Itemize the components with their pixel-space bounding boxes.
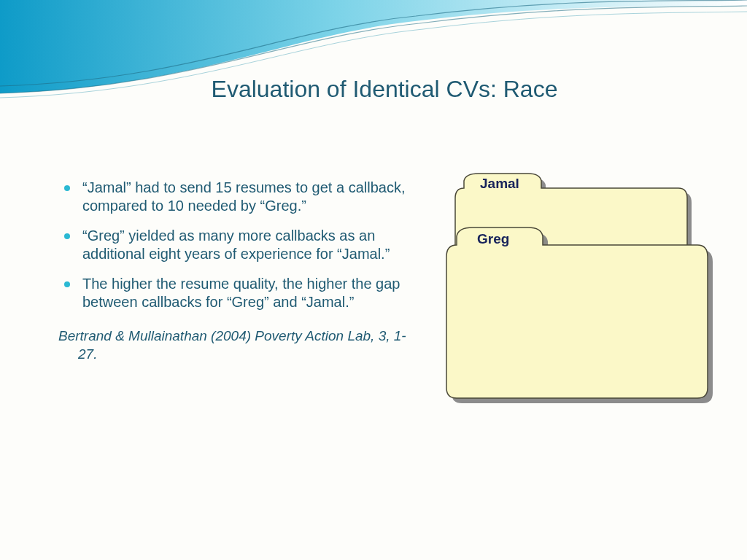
folder-label-front: Greg <box>477 231 509 246</box>
bullet-item: “Greg” yielded as many more callbacks as… <box>58 227 412 263</box>
folder-label-back: Jamal <box>480 176 519 191</box>
folder-icon-front: Greg <box>441 226 718 408</box>
bullet-item: The higher the resume quality, the highe… <box>58 275 412 311</box>
bullet-item: “Jamal” had to send 15 resumes to get a … <box>58 179 412 215</box>
content-area: “Jamal” had to send 15 resumes to get a … <box>58 179 412 363</box>
folders-graphic: Jamal Greg <box>446 172 709 420</box>
slide-title: Evaluation of Identical CVs: Race <box>0 76 747 103</box>
citation-text: Bertrand & Mullainathan (2004) Poverty A… <box>78 327 412 363</box>
bullet-list: “Jamal” had to send 15 resumes to get a … <box>58 179 412 311</box>
